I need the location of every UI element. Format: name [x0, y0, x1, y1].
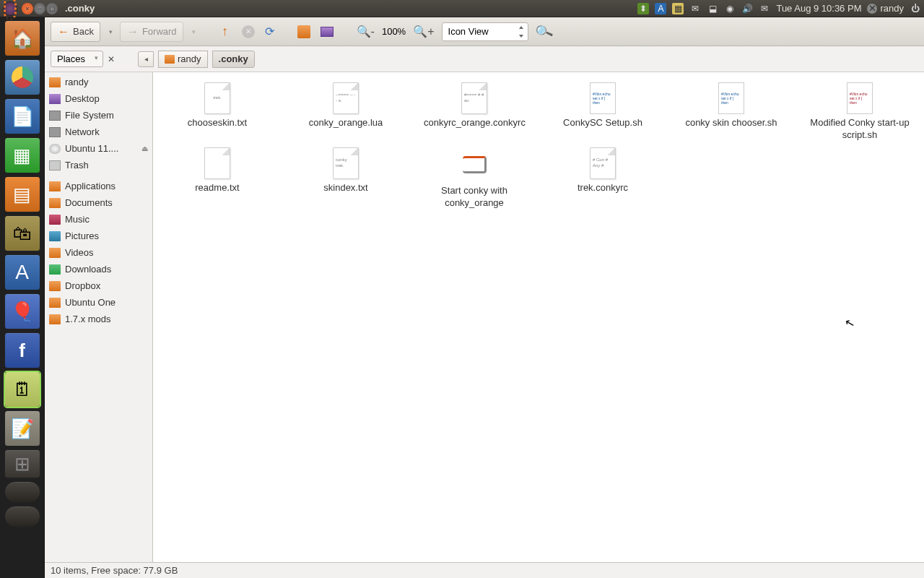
search-button[interactable]: 🔍 [533, 22, 554, 42]
sidebar-item[interactable]: Desktop [45, 90, 152, 107]
window-buttons: × – ▢ [22, 3, 58, 14]
messages-icon[interactable]: ✉ [759, 3, 770, 14]
sidebar-item-label: Downloads [65, 264, 111, 275]
sidebar-item-label: Trash [65, 160, 89, 171]
launcher-app[interactable]: A [4, 254, 40, 290]
place-icon [49, 144, 61, 154]
home-button[interactable] [295, 22, 313, 42]
computer-icon [321, 27, 334, 37]
file-item[interactable]: #==== # # auconkyrc_orange.conkyrc [410, 79, 539, 144]
back-history-button[interactable] [105, 22, 116, 42]
volume-icon[interactable]: 🔊 [741, 3, 753, 14]
file-item[interactable]: #!/bin echo set x if [ thenconky skin ch… [667, 79, 796, 144]
sidebar-item[interactable]: Dropbox [45, 277, 152, 294]
file-thumbnail: #!/bin echo set x if [ then [718, 82, 744, 114]
sidebar-item[interactable]: Trash [45, 157, 152, 173]
launcher-workspace[interactable]: ⊞ [4, 449, 40, 478]
back-button[interactable]: ←Back [51, 22, 100, 42]
clock[interactable]: Tue Aug 9 10:36 PM [776, 3, 861, 14]
close-button[interactable]: × [22, 3, 33, 14]
power-icon[interactable]: ⏻ [910, 3, 921, 14]
sidebar-item[interactable]: Videos [45, 244, 152, 261]
gear-icon: ✕ [867, 4, 877, 14]
top-panel: × – ▢ .conky ⬍ A ▦ ✉ ⬓ ◉ 🔊 ✉ Tue Aug 9 1… [0, 0, 924, 17]
dropbox-icon[interactable]: ⬓ [707, 3, 718, 14]
forward-button[interactable]: →Forward [120, 22, 183, 42]
computer-button[interactable] [318, 22, 336, 42]
file-name: trek.conkyrc [578, 182, 628, 194]
launcher-item[interactable] [4, 481, 40, 503]
sidebar-item[interactable]: Network [45, 124, 152, 140]
sidebar-item-label: File System [65, 110, 114, 121]
launcher-software[interactable]: 🛍 [4, 215, 40, 251]
wifi-icon[interactable]: ◉ [724, 3, 736, 14]
file-item[interactable]: readme.txt [153, 144, 282, 212]
zoom-out-button[interactable]: 🔍- [354, 22, 378, 42]
launcher-app[interactable]: 🎈 [4, 293, 40, 329]
sidebar-item[interactable]: File System [45, 107, 152, 124]
place-icon [49, 215, 61, 225]
arrow-left-icon: ← [57, 25, 70, 38]
file-view[interactable]: trek.chooseskin.txt--==== -- -- aconky_o… [153, 72, 924, 562]
view-selector[interactable]: Icon View [442, 22, 528, 41]
sidebar-item-label: Pictures [65, 230, 99, 241]
sidebar-item[interactable]: Applications [45, 178, 152, 194]
forward-history-button[interactable] [188, 22, 199, 42]
stop-button[interactable]: ✕ [239, 22, 258, 42]
file-item[interactable]: trek.chooseskin.txt [153, 79, 282, 144]
path-segment[interactable]: .conky [212, 51, 255, 68]
place-icon [49, 181, 61, 191]
launcher-writer[interactable]: 📄 [4, 98, 40, 134]
launcher-gedit[interactable]: 📝 [4, 410, 40, 447]
place-icon [49, 281, 61, 291]
place-icon [49, 94, 61, 104]
place-icon [49, 127, 61, 137]
user-menu[interactable]: ✕randy [867, 3, 904, 14]
reload-button[interactable]: ⟳ [262, 22, 277, 42]
sidebar-item[interactable]: 1.7.x mods [45, 311, 152, 327]
launcher-app[interactable]: 🗓 [4, 371, 40, 407]
ubuntu-icon[interactable] [3, 1, 17, 16]
file-item[interactable]: #!/bin echo set x if [ thenModified Conk… [796, 79, 924, 144]
sidebar-item[interactable]: randy [45, 74, 152, 90]
file-item[interactable]: conky trek.skindex.txt [282, 144, 410, 212]
path-segment[interactable]: randy [158, 51, 208, 68]
sidebar-item[interactable]: Ubuntu 11....⏏ [45, 140, 152, 157]
eject-button[interactable]: ⏏ [141, 144, 148, 152]
sidebar-item[interactable]: Ubuntu One [45, 294, 152, 311]
launcher-trash[interactable] [4, 506, 40, 527]
places-selector[interactable]: Places [51, 51, 103, 67]
sidebar-item[interactable]: Documents [45, 194, 152, 211]
launcher-impress[interactable]: ▤ [4, 176, 40, 212]
sidebar-item-label: Desktop [65, 93, 100, 104]
zoom-out-icon: 🔍- [357, 25, 375, 38]
sidebar-item-label: Music [65, 214, 90, 225]
path-back-button[interactable]: ◂ [138, 51, 154, 67]
launcher-facebook[interactable]: f [4, 332, 40, 368]
file-item[interactable]: Start conky with conky_orange [410, 144, 539, 212]
mail-icon[interactable]: ✉ [689, 3, 701, 14]
launcher-chromium[interactable] [4, 59, 40, 95]
launcher-calc[interactable]: ▦ [4, 137, 40, 173]
tray-icon[interactable]: ⬍ [637, 3, 649, 14]
tray-icon[interactable]: ▦ [672, 3, 684, 14]
file-item[interactable]: # Con # Any #trek.conkyrc [539, 144, 667, 212]
place-icon [49, 111, 61, 121]
launcher-files[interactable]: 🏠 [4, 20, 40, 56]
sidebar-item[interactable]: Downloads [45, 261, 152, 277]
sidebar-item[interactable]: Music [45, 211, 152, 228]
file-item[interactable]: --==== -- -- aconky_orange.lua [282, 79, 410, 144]
close-sidebar-button[interactable]: ✕ [108, 54, 115, 64]
arrow-right-icon: → [126, 25, 139, 38]
maximize-button[interactable]: ▢ [46, 3, 58, 14]
sidebar-item[interactable]: Pictures [45, 228, 152, 244]
stop-icon: ✕ [242, 25, 255, 38]
file-name: chooseskin.txt [188, 117, 247, 129]
up-button[interactable]: ↑ [216, 22, 235, 42]
sidebar-item-label: Ubuntu 11.... [65, 143, 118, 154]
minimize-button[interactable]: – [34, 3, 45, 14]
zoom-in-button[interactable]: 🔍+ [410, 22, 437, 42]
sidebar-item-label: randy [65, 77, 89, 87]
tray-icon[interactable]: A [655, 3, 666, 14]
file-item[interactable]: #!/bin echo set x if [ thenConkySC Setup… [539, 79, 667, 144]
